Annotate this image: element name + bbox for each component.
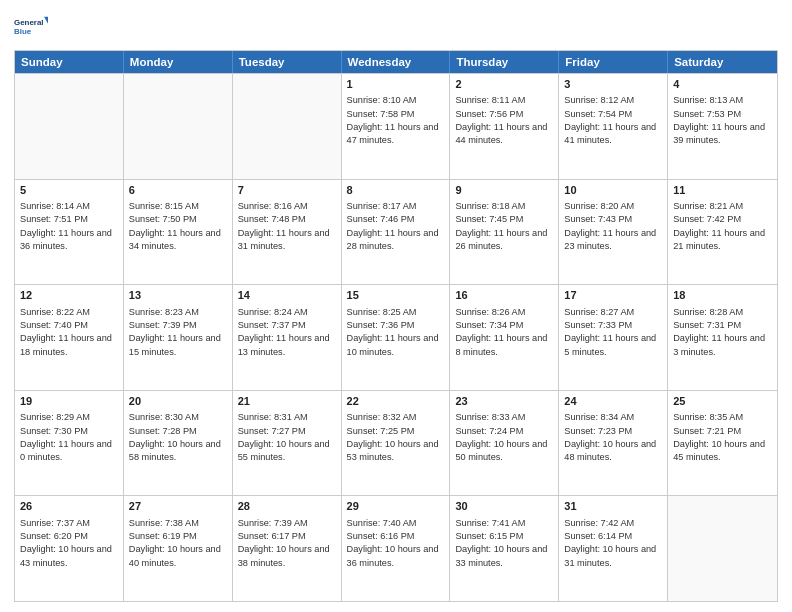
- day-number: 24: [564, 394, 662, 409]
- day-number: 7: [238, 183, 336, 198]
- svg-text:General: General: [14, 18, 44, 27]
- sunset: Sunset: 6:16 PM: [347, 530, 445, 543]
- daylight: Daylight: 10 hours and 58 minutes.: [129, 438, 227, 465]
- sunset: Sunset: 6:15 PM: [455, 530, 553, 543]
- sunset: Sunset: 7:56 PM: [455, 108, 553, 121]
- sunrise: Sunrise: 8:22 AM: [20, 306, 118, 319]
- day-number: 22: [347, 394, 445, 409]
- sunrise: Sunrise: 8:30 AM: [129, 411, 227, 424]
- sunrise: Sunrise: 7:40 AM: [347, 517, 445, 530]
- day-number: 5: [20, 183, 118, 198]
- sunrise: Sunrise: 8:25 AM: [347, 306, 445, 319]
- sunset: Sunset: 7:23 PM: [564, 425, 662, 438]
- day-4: 4 Sunrise: 8:13 AM Sunset: 7:53 PM Dayli…: [668, 74, 777, 179]
- day-number: 8: [347, 183, 445, 198]
- day-13: 13 Sunrise: 8:23 AM Sunset: 7:39 PM Dayl…: [124, 285, 233, 390]
- sunset: Sunset: 7:33 PM: [564, 319, 662, 332]
- day-number: 27: [129, 499, 227, 514]
- calendar-header-row: SundayMondayTuesdayWednesdayThursdayFrid…: [15, 51, 777, 73]
- daylight: Daylight: 11 hours and 39 minutes.: [673, 121, 772, 148]
- header-day-saturday: Saturday: [668, 51, 777, 73]
- sunset: Sunset: 6:20 PM: [20, 530, 118, 543]
- sunrise: Sunrise: 8:11 AM: [455, 94, 553, 107]
- day-31: 31 Sunrise: 7:42 AM Sunset: 6:14 PM Dayl…: [559, 496, 668, 601]
- daylight: Daylight: 10 hours and 55 minutes.: [238, 438, 336, 465]
- daylight: Daylight: 11 hours and 10 minutes.: [347, 332, 445, 359]
- sunset: Sunset: 7:40 PM: [20, 319, 118, 332]
- sunset: Sunset: 7:48 PM: [238, 213, 336, 226]
- daylight: Daylight: 11 hours and 31 minutes.: [238, 227, 336, 254]
- daylight: Daylight: 10 hours and 31 minutes.: [564, 543, 662, 570]
- day-number: 16: [455, 288, 553, 303]
- day-22: 22 Sunrise: 8:32 AM Sunset: 7:25 PM Dayl…: [342, 391, 451, 496]
- daylight: Daylight: 11 hours and 34 minutes.: [129, 227, 227, 254]
- daylight: Daylight: 10 hours and 53 minutes.: [347, 438, 445, 465]
- week-row-5: 26 Sunrise: 7:37 AM Sunset: 6:20 PM Dayl…: [15, 495, 777, 601]
- daylight: Daylight: 10 hours and 45 minutes.: [673, 438, 772, 465]
- svg-text:Blue: Blue: [14, 27, 32, 36]
- day-26: 26 Sunrise: 7:37 AM Sunset: 6:20 PM Dayl…: [15, 496, 124, 601]
- sunrise: Sunrise: 8:12 AM: [564, 94, 662, 107]
- sunrise: Sunrise: 7:38 AM: [129, 517, 227, 530]
- sunset: Sunset: 7:28 PM: [129, 425, 227, 438]
- sunrise: Sunrise: 8:31 AM: [238, 411, 336, 424]
- sunset: Sunset: 6:14 PM: [564, 530, 662, 543]
- empty-cell: [668, 496, 777, 601]
- logo: General Blue: [14, 10, 48, 44]
- day-9: 9 Sunrise: 8:18 AM Sunset: 7:45 PM Dayli…: [450, 180, 559, 285]
- week-row-4: 19 Sunrise: 8:29 AM Sunset: 7:30 PM Dayl…: [15, 390, 777, 496]
- sunset: Sunset: 7:25 PM: [347, 425, 445, 438]
- sunset: Sunset: 7:45 PM: [455, 213, 553, 226]
- day-7: 7 Sunrise: 8:16 AM Sunset: 7:48 PM Dayli…: [233, 180, 342, 285]
- day-number: 28: [238, 499, 336, 514]
- day-number: 25: [673, 394, 772, 409]
- day-8: 8 Sunrise: 8:17 AM Sunset: 7:46 PM Dayli…: [342, 180, 451, 285]
- day-30: 30 Sunrise: 7:41 AM Sunset: 6:15 PM Dayl…: [450, 496, 559, 601]
- daylight: Daylight: 11 hours and 47 minutes.: [347, 121, 445, 148]
- sunset: Sunset: 7:24 PM: [455, 425, 553, 438]
- daylight: Daylight: 11 hours and 0 minutes.: [20, 438, 118, 465]
- week-row-1: 1 Sunrise: 8:10 AM Sunset: 7:58 PM Dayli…: [15, 73, 777, 179]
- sunrise: Sunrise: 8:34 AM: [564, 411, 662, 424]
- sunrise: Sunrise: 8:13 AM: [673, 94, 772, 107]
- daylight: Daylight: 10 hours and 40 minutes.: [129, 543, 227, 570]
- day-number: 17: [564, 288, 662, 303]
- daylight: Daylight: 10 hours and 33 minutes.: [455, 543, 553, 570]
- day-11: 11 Sunrise: 8:21 AM Sunset: 7:42 PM Dayl…: [668, 180, 777, 285]
- logo-svg: General Blue: [14, 10, 48, 44]
- sunrise: Sunrise: 8:32 AM: [347, 411, 445, 424]
- sunrise: Sunrise: 8:35 AM: [673, 411, 772, 424]
- sunset: Sunset: 7:36 PM: [347, 319, 445, 332]
- day-number: 4: [673, 77, 772, 92]
- sunset: Sunset: 7:53 PM: [673, 108, 772, 121]
- sunrise: Sunrise: 8:27 AM: [564, 306, 662, 319]
- header-day-tuesday: Tuesday: [233, 51, 342, 73]
- daylight: Daylight: 11 hours and 18 minutes.: [20, 332, 118, 359]
- sunrise: Sunrise: 8:16 AM: [238, 200, 336, 213]
- daylight: Daylight: 11 hours and 15 minutes.: [129, 332, 227, 359]
- sunset: Sunset: 7:51 PM: [20, 213, 118, 226]
- day-number: 9: [455, 183, 553, 198]
- day-number: 10: [564, 183, 662, 198]
- day-number: 3: [564, 77, 662, 92]
- daylight: Daylight: 10 hours and 43 minutes.: [20, 543, 118, 570]
- sunset: Sunset: 7:46 PM: [347, 213, 445, 226]
- sunset: Sunset: 7:54 PM: [564, 108, 662, 121]
- svg-marker-2: [44, 17, 48, 26]
- sunrise: Sunrise: 8:23 AM: [129, 306, 227, 319]
- sunset: Sunset: 6:19 PM: [129, 530, 227, 543]
- sunrise: Sunrise: 8:20 AM: [564, 200, 662, 213]
- calendar: SundayMondayTuesdayWednesdayThursdayFrid…: [14, 50, 778, 602]
- sunrise: Sunrise: 8:26 AM: [455, 306, 553, 319]
- day-20: 20 Sunrise: 8:30 AM Sunset: 7:28 PM Dayl…: [124, 391, 233, 496]
- sunset: Sunset: 7:42 PM: [673, 213, 772, 226]
- sunrise: Sunrise: 8:10 AM: [347, 94, 445, 107]
- day-3: 3 Sunrise: 8:12 AM Sunset: 7:54 PM Dayli…: [559, 74, 668, 179]
- day-number: 11: [673, 183, 772, 198]
- day-5: 5 Sunrise: 8:14 AM Sunset: 7:51 PM Dayli…: [15, 180, 124, 285]
- day-number: 21: [238, 394, 336, 409]
- sunrise: Sunrise: 8:28 AM: [673, 306, 772, 319]
- day-number: 23: [455, 394, 553, 409]
- day-number: 18: [673, 288, 772, 303]
- sunset: Sunset: 6:17 PM: [238, 530, 336, 543]
